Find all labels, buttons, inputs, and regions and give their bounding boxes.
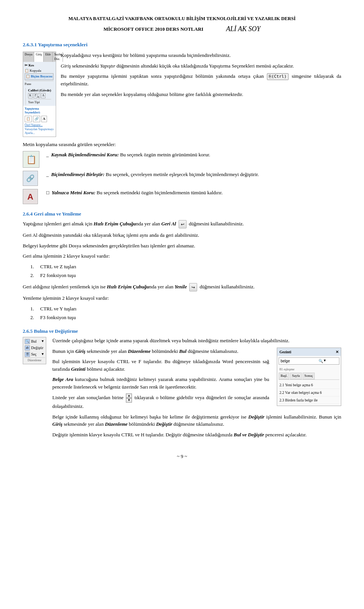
section-263-title: 2.6.3.1 Yapıştırma seçenekleri [23, 41, 341, 49]
giris-bold1: Giriş [75, 348, 86, 354]
yalnizca-icon: A [23, 189, 38, 204]
duzenleme-label: Düzenleme [24, 357, 45, 363]
list1-item2: 2. F2 fonksiyon tuşu [30, 272, 341, 279]
yalnizca-icon-col: A [23, 189, 42, 204]
header-row: MİCROSOFT OFFICE 2010 DERS NOTLARI ALİ A… [23, 24, 341, 34]
section-264-para4: Geri alma işleminin 2 klavye kısayol var… [23, 252, 341, 260]
gezinti-tab1[interactable]: Başl. [279, 373, 289, 379]
gezinti-item3[interactable]: 2.3 Birden fazla belge ile [279, 397, 339, 404]
bul-main-text: Bunun için Giriş sekmesinde yer alan Düz… [52, 348, 269, 413]
giris-bold2: Giriş [52, 421, 63, 427]
section-265-para2: Bunun için Giriş sekmesinde yer alan Düz… [52, 348, 269, 355]
bul-bold: Bul [179, 348, 187, 354]
yenile-bold: Yenile [174, 284, 187, 290]
bul-row: 🔍 Bul ▼ [24, 338, 45, 345]
section-264-para6: Yenileme işleminin 2 klavye kısayol vard… [23, 294, 341, 302]
degistir-icon: ab [25, 345, 30, 351]
birlestir-row: 🔗 _ Biçimlendirmeyi Birleştir: Bu seçene… [23, 171, 341, 186]
gezinti-results-count: 81 eşleşme [277, 366, 341, 373]
hizli-erisim-bold1: Hızlı Erişim Çubuğu [94, 221, 136, 227]
ws-tab-ekle: Ekle [44, 52, 53, 62]
section-263-para4: Bu menüde yer alan seçenekler kopyalamış… [61, 91, 341, 98]
gezinti-bold: Gezinti [71, 366, 85, 372]
birlestir-bold-label: Biçimlendirmeyi Birleştir: [51, 172, 104, 177]
hizli-erisim-bold2: Hızlı Erişim Çubuğu [107, 284, 149, 290]
yalnizca-para: □ Yalnızca Metni Koru: Bu seçenek metind… [46, 189, 341, 197]
gezinti-tabs: Başl. Sayfa Sonuç [279, 373, 339, 380]
paste-section: Dosya Giriş Ekle Sayfa Düz. ✂ Kes 📋 Kopy… [23, 52, 341, 137]
page-number: ~ 9 ~ [177, 453, 187, 459]
sec-row: ☰ Seç ▼ [24, 351, 45, 357]
title2: MİCROSOFT OFFICE 2010 DERS NOTLARI [104, 25, 203, 33]
section-265-title: 2.6.5 Bulma ve Değiştirme [23, 327, 341, 335]
ws-content: Yapıştırma Seçenekleri: 📋 🔗 A Özel Yapış… [23, 106, 56, 137]
gezinti-item1[interactable]: 2.1 Yeni belge açma 6 [279, 381, 339, 389]
gezinti-item2[interactable]: 2.2 Var olan belgeyi açma 6 [279, 389, 339, 397]
birlestir-icon-col: 🔗 [23, 171, 42, 186]
section-265-para1: Üzerinde çalıştığınız belge içinde arama… [52, 337, 341, 345]
yalnizca-bold-label: Yalnızca Metni Koru: [52, 190, 95, 195]
birlestir-text-col: _ Biçimlendirmeyi Birleştir: Bu seçenek,… [46, 171, 341, 181]
list1-item1: 1. CTRL ve Z tuşları [30, 263, 341, 271]
page-wrapper: MALATYA BATTALGAZİ VAKIFBANK ORTAOKULU B… [23, 15, 341, 460]
gezinti-panel: Gezinti ✕ 🔍 ▼ 81 eşleşme Başl. Sayfa [277, 348, 341, 406]
gezinti-header: Gezinti ✕ [277, 348, 341, 356]
section-264-title: 2.6.4 Geri alma ve Yenileme [23, 210, 341, 218]
degistir-bold: Değiştir [156, 421, 173, 427]
section-265-text: Üzerinde çalıştığınız belge içinde arama… [52, 337, 341, 441]
section-265-para7: Değiştir işleminin klavye kısayolu CTRL … [52, 431, 341, 439]
yalnizca-text-col: □ Yalnızca Metni Koru: Bu seçenek metind… [46, 189, 341, 200]
yenile-icon: ↪ [189, 283, 197, 292]
ctrl-icon: ⎘(Ctrl) [267, 73, 289, 80]
yalnizca-row: A □ Yalnızca Metni Koru: Bu seçenek meti… [23, 189, 341, 204]
duzenleme-group: 🔍 Bul ▼ ab Değiştir ☰ Seç ▼ Düzenleme [23, 337, 46, 364]
birlestir-icon: 🔗 [23, 171, 38, 186]
author-name: ALİ AK SOY [226, 24, 260, 34]
list2-item1: 1. CTRL ve Y tuşları [30, 305, 341, 313]
gezinti-search-box: 🔍 ▼ [279, 357, 339, 365]
bul-degistir-bold: Bul ve Değiştir [234, 432, 264, 437]
section-264-para3: Belgeyi kaydetme gibi Dosya sekmesinden … [23, 242, 341, 250]
duzenleme-bold1: Düzenleme [128, 348, 151, 354]
section-265-para4: Belge Ara kutucuğuna bulmak istediğiniz … [52, 376, 269, 390]
gezinti-tab3[interactable]: Sonuç [303, 373, 315, 379]
para2-yapistir: Yapıştır [100, 63, 115, 69]
sec-arrow: ▼ [41, 352, 44, 357]
section-263-para3: Bu menüye yapıştırma işlemini yaptıktan … [61, 72, 341, 88]
degistir-row: ab Değiştir [24, 345, 45, 351]
gezinti-tab2[interactable]: Sayfa [290, 373, 302, 379]
kaynak-row: 📋 _ Kaynak Biçimlendirmesini Koru: Bu se… [23, 151, 341, 168]
bul-arrow: ▼ [41, 339, 44, 344]
page-footer: ~ 9 ~ [23, 453, 341, 460]
sec-label: Seç [31, 351, 36, 357]
gezinti-close[interactable]: ✕ [336, 349, 339, 355]
section-265-para5: Listede yer alan sonuçlardan birine ▲ ▼ … [52, 393, 269, 410]
gezinti-title: Gezinti [279, 349, 291, 355]
gezinti-dropdown-icon[interactable]: ▼ [323, 358, 326, 364]
section-265-para6: Belge içinde kullanmış olduğunuz bir kel… [52, 413, 341, 428]
page-header: MALATYA BATTALGAZİ VAKIFBANK ORTAOKULU B… [23, 15, 341, 34]
section-263-para1: Kopyaladığınız veya kestiğiniz bir bölüm… [61, 52, 341, 59]
section-265: 2.6.5 Bulma ve Değiştirme 🔍 Bul ▼ ab Değ… [23, 327, 341, 442]
section-264-para5: Geri aldığınız işlemleri yenilemek için … [23, 283, 341, 292]
kaynak-icon: 📋 [23, 151, 39, 168]
bul-icon: 🔍 [25, 339, 30, 344]
geri-al-icon: ↩ [179, 220, 187, 229]
gezinti-search-input[interactable] [281, 359, 318, 363]
section-264-para2: Geri Al düğmesinin yanındaki oka tıklaya… [23, 231, 341, 239]
section-264-para1: Yaptığınız işlemleri geri almak için Hız… [23, 220, 341, 229]
ws-tab-dosya: Dosya [23, 52, 34, 62]
geri-al-bold: Geri Al [162, 221, 176, 227]
kaynak-para: _ Kaynak Biçimlendirmesini Koru: Bu seçe… [46, 151, 341, 159]
gezinti-results-list: 2.1 Yeni belge açma 6 2.2 Var olan belge… [277, 380, 341, 406]
ws-tab-giris: Giriş [34, 52, 44, 62]
degistir-label: Değiştir [31, 345, 43, 351]
paste-right-col: Kopyaladığınız veya kestiğiniz bir bölüm… [61, 52, 341, 101]
section-265-icons: 🔍 Bul ▼ ab Değiştir ☰ Seç ▼ Düzenleme [23, 337, 48, 364]
arrow-buttons: ▲ ▼ [126, 393, 132, 403]
duzenleme-bold2: Düzenleme [105, 421, 128, 427]
birlestir-para: _ Biçimlendirmeyi Birleştir: Bu seçenek,… [46, 171, 341, 178]
up-arrow-btn[interactable]: ▲ [126, 393, 132, 398]
section-265-para3: Bul işleminin klavye kısayolu CTRL ve F … [52, 358, 269, 373]
down-arrow-btn[interactable]: ▼ [126, 398, 132, 403]
